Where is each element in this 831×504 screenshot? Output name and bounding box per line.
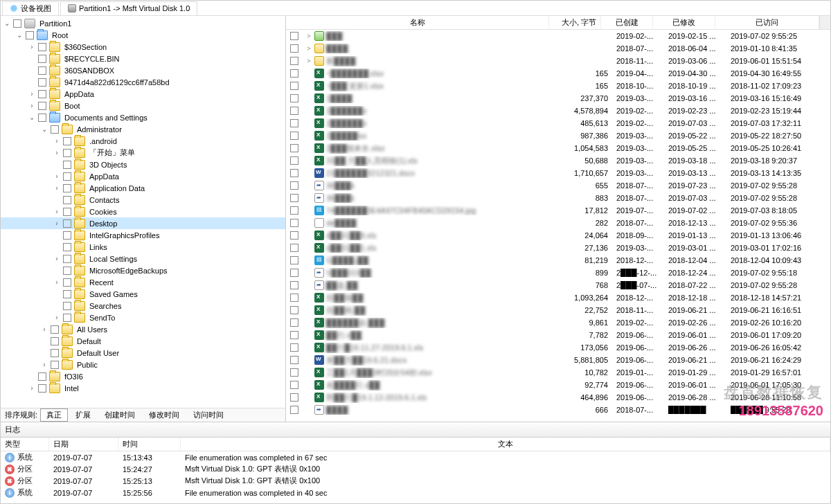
checkbox[interactable] <box>63 267 71 275</box>
log-row[interactable]: ✖分区2019-07-0715:25:13Msft Virtual Disk 1… <box>1 475 830 487</box>
checkbox[interactable] <box>63 172 71 181</box>
tree-row[interactable]: ›「开始」菜单 <box>1 147 285 159</box>
checkbox[interactable] <box>290 107 298 115</box>
checkbox[interactable] <box>38 114 46 122</box>
log-col-time[interactable]: 时间 <box>118 438 181 451</box>
checkbox[interactable] <box>38 43 46 51</box>
expand-toggle[interactable]: › <box>27 90 37 98</box>
log-col-type[interactable]: 类型 <box>1 438 49 451</box>
expand-toggle[interactable]: › <box>52 278 62 286</box>
expand-toggle[interactable]: › <box>27 384 37 392</box>
checkbox[interactable] <box>38 78 46 87</box>
file-row[interactable]: G████.j██81,2192018-12-...2018-12-04 ...… <box>286 254 830 267</box>
tree-row[interactable]: Links <box>1 241 285 253</box>
file-row[interactable]: >███2019-02-...2019-02-15 ...2019-07-02 … <box>286 30 830 42</box>
sort-real[interactable]: 真正 <box>40 408 68 422</box>
file-row[interactable]: 工██1月███0时20分54秒.xlsx10,7822019-01-...20… <box>286 366 830 379</box>
file-row[interactable]: 2█████lsx987,3862019-03-...2019-05-22 ..… <box>286 129 830 142</box>
checkbox[interactable] <box>51 361 59 369</box>
expand-toggle[interactable]: › <box>52 208 62 215</box>
tab-device-view[interactable]: 设备视图 <box>2 1 59 15</box>
tree-row[interactable]: IntelGraphicsProfiles <box>1 229 285 241</box>
checkbox[interactable] <box>63 231 71 240</box>
expand-toggle[interactable]: › <box>52 149 62 156</box>
tree-row[interactable]: Default User <box>1 347 285 359</box>
file-row[interactable]: d██01██9.xls24,0642018-09-...2019-01-13 … <box>286 229 830 242</box>
file-row[interactable]: ██盘.██7682███-07-...2018-07-22 ...2019-0… <box>286 279 830 291</box>
tree-row[interactable]: $RECYCLE.BIN <box>1 53 285 64</box>
log-body[interactable]: i系统2019-07-0715:13:43File enumeration wa… <box>1 451 830 503</box>
log-row[interactable]: i系统2019-07-0715:25:56File enumeration wa… <box>1 487 830 498</box>
checkbox[interactable] <box>38 55 46 63</box>
expand-toggle[interactable]: ⌄ <box>27 114 37 121</box>
file-row[interactable]: 郭██行█19.1.12-2019.6.1.xls464,8962019-06-… <box>286 391 830 404</box>
tree-row[interactable]: ⌄Partition1 <box>1 17 285 29</box>
file-row[interactable]: 括██税.██22,7522018-11-...2019-06-21 ...20… <box>286 304 830 316</box>
tree-row[interactable]: ⌄Root <box>1 29 285 41</box>
checkbox[interactable] <box>290 331 298 339</box>
file-row[interactable]: 74██████3E4A97C04FB40ACD28154.jpg17,8122… <box>286 204 830 217</box>
expand-toggle[interactable]: > <box>305 45 312 52</box>
checkbox[interactable] <box>38 384 46 393</box>
col-name[interactable]: 名称 <box>286 16 549 29</box>
log-row[interactable]: i系统2019-07-0715:13:43File enumeration wa… <box>1 451 830 463</box>
file-list-body[interactable]: >███2019-02-...2019-02-15 ...2019-07-02 … <box>286 30 830 422</box>
checkbox[interactable] <box>290 169 298 177</box>
folder-tree[interactable]: ⌄Partition1⌄Root›$360Section$RECYCLE.BIN… <box>1 16 285 408</box>
tree-row[interactable]: ›Intel <box>1 382 285 394</box>
checkbox[interactable] <box>290 219 298 227</box>
tree-row[interactable]: ›Desktop <box>1 217 285 229</box>
checkbox[interactable] <box>290 156 298 165</box>
file-row[interactable]: ██████款.███9,8612019-02-...2019-02-26 ..… <box>286 316 830 329</box>
checkbox[interactable] <box>63 196 71 204</box>
checkbox[interactable] <box>290 181 298 190</box>
file-row[interactable]: V███019██8992███-12-...2018-12-24 ...201… <box>286 267 830 279</box>
tab-partition[interactable]: Partition1 -> Msft Virtual Disk 1.0 <box>60 1 197 15</box>
log-col-text[interactable]: 文本 <box>181 438 830 451</box>
checkbox[interactable] <box>290 306 298 314</box>
file-row[interactable]: 2██████x4,578,8942019-02-...2019-02-23 .… <box>286 105 830 117</box>
expand-toggle[interactable]: ⌄ <box>39 125 49 133</box>
tree-row[interactable]: ›AppData <box>1 170 285 182</box>
checkbox[interactable] <box>63 302 71 310</box>
checkbox[interactable] <box>38 90 46 98</box>
expand-toggle[interactable]: › <box>52 314 62 321</box>
tree-row[interactable]: ›$360Section <box>1 41 285 53</box>
expand-toggle[interactable]: › <box>52 172 62 180</box>
sort-modified[interactable]: 修改时间 <box>143 408 186 422</box>
tree-row[interactable]: Saved Games <box>1 288 285 300</box>
file-row[interactable]: >████2018-07-...2018-06-04 ...2019-01-10… <box>286 42 830 55</box>
tree-row[interactable]: 3D Objects <box>1 159 285 170</box>
tree-row[interactable]: Default <box>1 335 285 347</box>
checkbox[interactable] <box>13 19 21 28</box>
tree-row[interactable]: MicrosoftEdgeBackups <box>1 264 285 276</box>
checkbox[interactable] <box>38 66 46 75</box>
checkbox[interactable] <box>290 318 298 327</box>
checkbox[interactable] <box>290 44 298 53</box>
checkbox[interactable] <box>290 144 298 152</box>
checkbox[interactable] <box>63 208 71 216</box>
tree-row[interactable]: ›Application Data <box>1 182 285 194</box>
checkbox[interactable] <box>290 343 298 352</box>
expand-toggle[interactable]: › <box>39 361 49 368</box>
checkbox[interactable] <box>290 231 298 240</box>
col-modified[interactable]: 已修改 <box>653 16 715 29</box>
checkbox[interactable] <box>63 255 71 263</box>
tree-row[interactable]: Contacts <box>1 194 285 206</box>
file-row[interactable]: ██行.x██7,7822019-06-...2019-06-01 ...201… <box>286 329 830 341</box>
tree-row[interactable]: ›All Users <box>1 323 285 335</box>
expand-toggle[interactable]: > <box>305 57 312 64</box>
checkbox[interactable] <box>63 290 71 298</box>
tree-row[interactable]: 360SANDBOX <box>1 64 285 76</box>
sort-accessed[interactable]: 访问时间 <box>187 408 230 422</box>
checkbox[interactable] <box>38 102 46 110</box>
file-row[interactable]: ~███ 更新1.xlsx1652018-10-...2018-10-19 ..… <box>286 80 830 92</box>
checkbox[interactable] <box>290 119 298 127</box>
checkbox[interactable] <box>290 206 298 215</box>
tree-row[interactable]: ⌄Administrator <box>1 123 285 135</box>
col-size[interactable]: 大小, 字节 <box>549 16 601 29</box>
checkbox[interactable] <box>51 125 59 134</box>
checkbox[interactable] <box>63 184 71 192</box>
tree-row[interactable]: ›Boot <box>1 100 285 111</box>
checkbox[interactable] <box>63 243 71 251</box>
